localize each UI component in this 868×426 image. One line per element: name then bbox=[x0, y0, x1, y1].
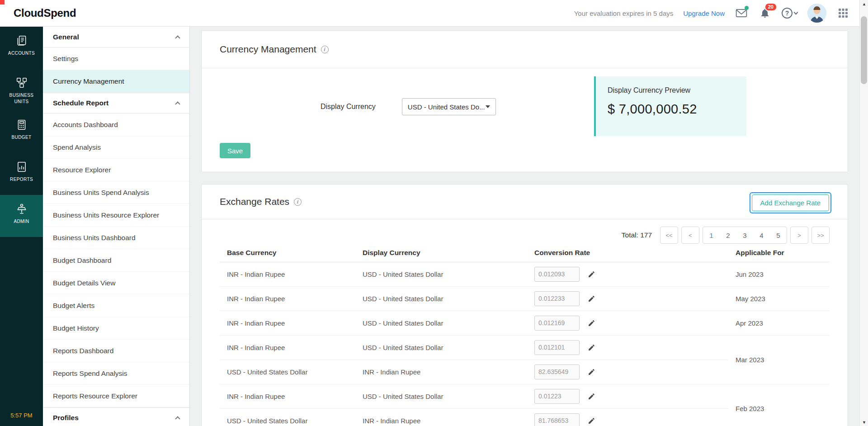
notifications-bell-icon[interactable]: 20 bbox=[758, 6, 772, 20]
base-currency-cell: INR - Indian Rupee bbox=[220, 311, 355, 335]
conversion-rate-input[interactable] bbox=[534, 267, 580, 282]
sidebar-item-business-units-dashboard[interactable]: Business Units Dashboard bbox=[43, 227, 189, 249]
sidebar-item-currency-management[interactable]: Currency Management bbox=[43, 70, 189, 93]
sidebar-item-budget-dashboard[interactable]: Budget Dashboard bbox=[43, 249, 189, 272]
nav-item-admin[interactable]: ADMIN bbox=[0, 195, 43, 237]
main-content: Currency Management i Display Currency U… bbox=[190, 27, 859, 426]
sidebar-item-reports-dashboard[interactable]: Reports Dashboard bbox=[43, 340, 189, 362]
scroll-down-arrow[interactable]: ▼ bbox=[860, 418, 868, 426]
conversion-rate-input[interactable] bbox=[534, 364, 580, 379]
column-header-display-currency: Display Currency bbox=[355, 244, 527, 262]
sidebar-item-business-units-spend-analysis[interactable]: Business Units Spend Analysis bbox=[43, 181, 189, 204]
sidebar-item-budget-history[interactable]: Budget History bbox=[43, 317, 189, 340]
nav-item-reports[interactable]: REPORTS bbox=[0, 153, 43, 195]
item-label: Budget Details View bbox=[53, 279, 115, 287]
sidebar-section-general[interactable]: General bbox=[43, 27, 189, 47]
conversion-rate-input[interactable] bbox=[534, 389, 580, 404]
conversion-rate-input[interactable] bbox=[534, 291, 580, 306]
edit-rate-icon[interactable] bbox=[588, 344, 595, 351]
pagination-page-1[interactable]: 1 bbox=[703, 227, 720, 243]
edit-rate-icon[interactable] bbox=[588, 295, 595, 303]
display-currency-select[interactable]: USD - United States Do... bbox=[402, 98, 496, 115]
sidebar-item-settings[interactable]: Settings bbox=[43, 47, 189, 70]
pagination-page-4[interactable]: 4 bbox=[753, 227, 770, 243]
sidebar-section-schedule-report[interactable]: Schedule Report bbox=[43, 93, 189, 114]
base-currency-cell: USD - United States Dollar bbox=[220, 408, 355, 426]
sidebar-item-reports-resource-explorer[interactable]: Reports Resource Explorer bbox=[43, 385, 189, 407]
exchange-rates-table: Base Currency Display Currency Conversio… bbox=[220, 244, 830, 426]
base-currency-cell: INR - Indian Rupee bbox=[220, 335, 355, 360]
pagination-prev-button[interactable]: < bbox=[681, 227, 699, 244]
apps-grid-icon[interactable] bbox=[836, 6, 850, 20]
pagination-page-3[interactable]: 3 bbox=[736, 227, 753, 243]
table-row: INR - Indian Rupee USD - United States D… bbox=[220, 335, 830, 360]
edit-rate-icon[interactable] bbox=[588, 393, 595, 400]
edit-rate-icon[interactable] bbox=[588, 270, 595, 278]
new-message-dot bbox=[745, 6, 749, 10]
pagination-first-button[interactable]: << bbox=[660, 227, 678, 244]
logo-part-1: Cloud bbox=[14, 7, 43, 19]
display-currency-cell: USD - United States Dollar bbox=[355, 286, 527, 311]
item-label: Currency Management bbox=[53, 77, 124, 85]
sidebar-item-reports-spend-analysis[interactable]: Reports Spend Analysis bbox=[43, 362, 189, 385]
add-exchange-rate-button[interactable]: Add Exchange Rate bbox=[752, 194, 829, 211]
sidebar-item-business-units-resource-explorer[interactable]: Business Units Resource Explorer bbox=[43, 204, 189, 227]
total-count: Total: 177 bbox=[622, 231, 652, 239]
upgrade-now-link[interactable]: Upgrade Now bbox=[683, 9, 725, 17]
item-label: Accounts Dashboard bbox=[53, 121, 118, 129]
conversion-rate-input[interactable] bbox=[534, 340, 580, 355]
conversion-rate-input[interactable] bbox=[534, 413, 580, 426]
help-icon: ? bbox=[782, 8, 793, 19]
primary-nav: ACCOUNTS BUSINESS UNITS BUDGET bbox=[0, 27, 43, 426]
item-label: Resource Explorer bbox=[53, 166, 111, 174]
preview-label: Display Currency Preview bbox=[608, 86, 735, 95]
feedback-mail-icon[interactable] bbox=[735, 6, 748, 20]
sidebar-section-profiles[interactable]: Profiles bbox=[43, 407, 189, 426]
sidebar-item-accounts-dashboard[interactable]: Accounts Dashboard bbox=[43, 114, 189, 136]
display-currency-cell: USD - United States Dollar bbox=[355, 384, 527, 408]
info-icon[interactable]: i bbox=[294, 198, 302, 206]
nav-item-accounts[interactable]: ACCOUNTS bbox=[0, 27, 43, 69]
pagination-last-button[interactable]: >> bbox=[811, 227, 830, 244]
pagination: << < 1 2 3 4 5 > >> bbox=[660, 227, 830, 244]
nav-item-budget[interactable]: BUDGET bbox=[0, 111, 43, 153]
admin-icon bbox=[16, 203, 28, 215]
applicable-for-cell: Mar 2023 bbox=[728, 335, 830, 384]
pagination-page-5[interactable]: 5 bbox=[770, 227, 787, 243]
applicable-for-cell: Feb 2023 bbox=[728, 384, 830, 426]
base-currency-cell: INR - Indian Rupee bbox=[220, 384, 355, 408]
budget-icon bbox=[16, 119, 28, 131]
item-label: Budget Dashboard bbox=[53, 256, 111, 265]
sidebar-item-spend-analysis[interactable]: Spend Analysis bbox=[43, 136, 189, 159]
pagination-page-2[interactable]: 2 bbox=[720, 227, 736, 243]
base-currency-cell: INR - Indian Rupee bbox=[220, 262, 355, 286]
cloudspend-logo[interactable]: CloudSpend bbox=[14, 7, 76, 19]
edit-rate-icon[interactable] bbox=[588, 417, 595, 425]
session-time[interactable]: 5:57 PM bbox=[0, 412, 43, 419]
save-button[interactable]: Save bbox=[220, 143, 250, 158]
info-icon[interactable]: i bbox=[321, 46, 329, 53]
sidebar-item-budget-details-view[interactable]: Budget Details View bbox=[43, 272, 189, 294]
chevron-down-icon bbox=[794, 10, 798, 14]
user-avatar[interactable] bbox=[807, 4, 826, 23]
table-row: INR - Indian Rupee USD - United States D… bbox=[220, 286, 830, 311]
edit-rate-icon[interactable] bbox=[588, 368, 595, 376]
applicable-for-cell: May 2023 bbox=[728, 286, 830, 311]
pagination-next-button[interactable]: > bbox=[790, 227, 808, 244]
conversion-rate-input[interactable] bbox=[534, 316, 580, 331]
currency-management-title: Currency Management bbox=[220, 44, 316, 55]
pagination-pages: 1 2 3 4 5 bbox=[703, 227, 787, 244]
accounts-icon bbox=[16, 35, 28, 47]
scroll-up-arrow[interactable]: ▲ bbox=[860, 0, 868, 8]
sidebar-item-resource-explorer[interactable]: Resource Explorer bbox=[43, 159, 189, 181]
item-label: Reports Spend Analysis bbox=[53, 369, 127, 378]
item-label: Budget Alerts bbox=[53, 302, 94, 310]
scrollbar-thumb[interactable] bbox=[861, 16, 867, 84]
sidebar-item-budget-alerts[interactable]: Budget Alerts bbox=[43, 294, 189, 317]
corner-marker bbox=[0, 0, 5, 5]
nav-item-business-units[interactable]: BUSINESS UNITS bbox=[0, 69, 43, 111]
edit-rate-icon[interactable] bbox=[588, 319, 595, 327]
top-bar: CloudSpend Your evaluation expires in 5 … bbox=[0, 0, 868, 27]
help-menu[interactable]: ? bbox=[782, 8, 797, 19]
vertical-scrollbar[interactable]: ▲ ▼ bbox=[859, 0, 868, 426]
